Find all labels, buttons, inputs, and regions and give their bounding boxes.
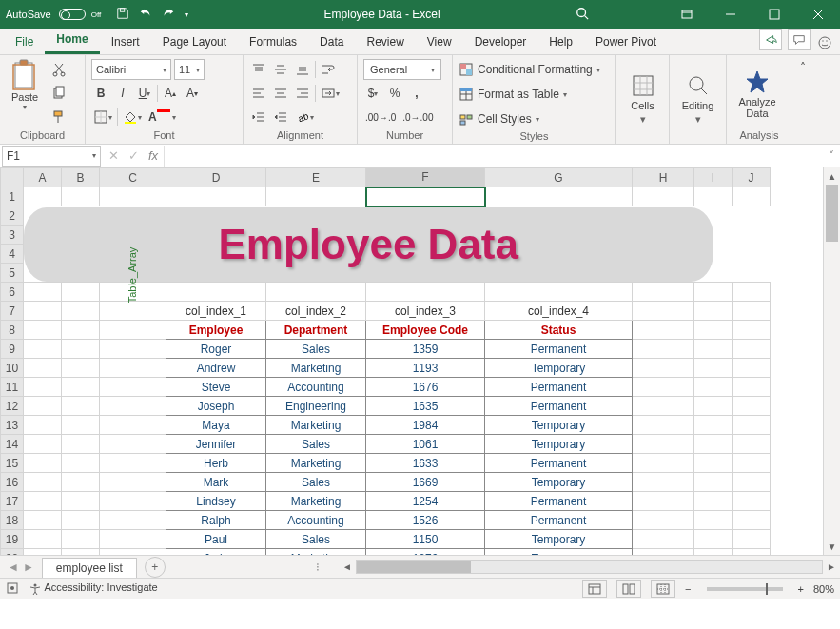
maximize-icon[interactable] [752,0,796,29]
tab-developer[interactable]: Developer [463,31,538,54]
increase-indent-icon[interactable] [271,107,290,128]
align-top-icon[interactable] [249,59,268,80]
align-middle-icon[interactable] [271,59,290,80]
minimize-icon[interactable] [709,0,752,29]
editing-button[interactable]: Editing▾ [675,59,720,140]
page-layout-view-icon[interactable] [616,580,641,598]
record-macro-icon[interactable] [6,581,19,597]
autosave-toggle[interactable] [59,9,86,20]
paste-button[interactable]: Paste ▾ [6,59,44,128]
cell[interactable] [633,187,694,206]
cell[interactable] [24,187,62,206]
zoom-level[interactable]: 80% [813,583,834,595]
tab-insert[interactable]: Insert [100,31,151,54]
tab-power-pivot[interactable]: Power Pivot [584,31,668,54]
tab-view[interactable]: View [416,31,463,54]
search-icon[interactable] [576,7,589,23]
conditional-formatting-button[interactable]: Conditional Formatting▾ [459,59,600,80]
bold-button[interactable]: B [91,83,110,104]
fx-icon[interactable]: fx [148,148,158,163]
table-header[interactable]: Employee Code [366,321,485,340]
column-header[interactable]: G [485,168,633,187]
format-painter-icon[interactable] [49,107,68,128]
decrease-indent-icon[interactable] [249,107,268,128]
normal-view-icon[interactable] [582,580,607,598]
cell[interactable] [166,187,266,206]
redo-icon[interactable] [162,7,175,23]
currency-icon[interactable]: $▾ [363,83,382,104]
fill-color-icon[interactable]: ▾ [121,107,144,128]
analyze-data-button[interactable]: Analyze Data [733,59,782,128]
font-name-input[interactable]: Calibri▾ [91,59,171,80]
percent-icon[interactable]: % [385,83,404,104]
wrap-text-icon[interactable] [319,59,338,80]
close-icon[interactable] [796,0,840,29]
column-header[interactable]: H [633,168,694,187]
column-header[interactable]: E [266,168,366,187]
new-sheet-button[interactable]: + [145,557,166,578]
orientation-icon[interactable]: ab▾ [293,107,316,128]
zoom-in-button[interactable]: + [798,583,804,595]
account-button[interactable] [589,0,665,29]
decrease-font-icon[interactable]: A▾ [183,83,202,104]
index-label[interactable]: col_index_3 [366,302,485,321]
underline-button[interactable]: U▾ [135,83,154,104]
sheet-next-icon[interactable]: ► [23,560,34,574]
comma-icon[interactable]: , [407,83,426,104]
table-header[interactable]: Department [266,321,366,340]
name-box[interactable]: F1▾ [2,146,101,167]
tab-help[interactable]: Help [537,31,584,54]
ribbon-display-icon[interactable] [665,0,709,29]
increase-font-icon[interactable]: A▴ [161,83,180,104]
index-label[interactable]: col_index_1 [166,302,266,321]
tab-data[interactable]: Data [308,31,355,54]
cut-icon[interactable] [49,59,68,80]
column-header[interactable]: F [366,168,485,187]
accessibility-status[interactable]: Accessibility: Investigate [29,581,158,595]
borders-icon[interactable]: ▾ [91,107,114,128]
tab-formulas[interactable]: Formulas [238,31,308,54]
comments-button[interactable] [788,29,811,50]
align-bottom-icon[interactable] [293,59,312,80]
font-size-input[interactable]: 11▾ [174,59,205,80]
column-header[interactable]: A [24,168,62,187]
save-icon[interactable] [116,7,129,23]
tab-file[interactable]: File [4,31,45,54]
align-right-icon[interactable] [293,83,312,104]
index-label[interactable]: col_index_4 [485,302,633,321]
align-left-icon[interactable] [249,83,268,104]
increase-decimal-icon[interactable]: .00→.0 [363,107,398,128]
horizontal-scrollbar[interactable]: ◄► [339,560,840,574]
sheet-prev-icon[interactable]: ◄ [8,560,19,574]
column-header[interactable]: D [166,168,266,187]
align-center-icon[interactable] [271,83,290,104]
column-header[interactable]: I [694,168,733,187]
cell[interactable] [694,187,733,206]
zoom-slider[interactable] [707,587,783,591]
row-header[interactable]: 1 [1,187,24,206]
copy-icon[interactable] [49,83,68,104]
undo-icon[interactable] [139,7,152,23]
zoom-out-button[interactable]: − [685,583,691,595]
cell[interactable] [266,187,366,206]
merge-icon[interactable]: ▾ [319,83,342,104]
expand-formula-bar-icon[interactable]: ˅ [823,149,840,163]
cell[interactable] [62,187,100,206]
table-header[interactable]: Employee [166,321,266,340]
cell[interactable] [485,187,633,206]
sheet-tab-active[interactable]: employee list [42,558,137,578]
formula-input[interactable] [165,146,823,167]
cell[interactable] [733,187,771,206]
cells-button[interactable]: Cells▾ [622,59,663,140]
font-color-icon[interactable]: A▾ [147,107,178,128]
tab-home[interactable]: Home [45,29,99,54]
tab-review[interactable]: Review [355,31,415,54]
vertical-scrollbar[interactable]: ▲▼ [823,167,840,555]
cell[interactable] [366,187,485,206]
cell-styles-button[interactable]: Cell Styles▾ [459,108,600,129]
spreadsheet-grid[interactable]: ABCDEFGHIJ12Employee Data34567col_index_… [0,167,823,555]
column-header[interactable]: B [62,168,100,187]
share-button[interactable] [759,29,782,50]
italic-button[interactable]: I [113,83,132,104]
format-as-table-button[interactable]: Format as Table▾ [459,84,600,105]
